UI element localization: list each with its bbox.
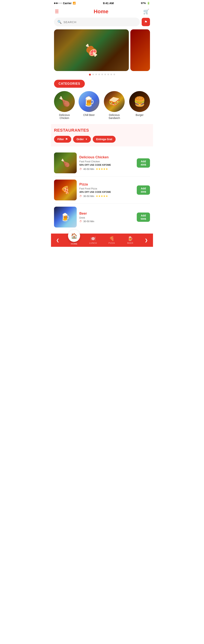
dot-2[interactable] (92, 74, 94, 75)
category-item-beer[interactable]: 🍺 Chill Beer (79, 91, 99, 120)
category-label-sandwich: Delicious Sandwich (103, 114, 125, 120)
categories-label[interactable]: CATEGORIES (54, 80, 85, 88)
status-bar: Carrier 📶 9:41 AM 97% 🔋 (51, 0, 153, 6)
nav-item-lunch[interactable]: 🍽️ LUNCH (88, 236, 99, 244)
category-circle-burger: 🍔 (129, 91, 150, 112)
restaurant-name-chicken: Delicious Chicken (79, 155, 134, 159)
dot-1[interactable] (89, 74, 91, 76)
filter-row: Filter ⚑ Order ▼ Entrega Grat (54, 136, 150, 143)
restaurant-meta-pizza: ⏱ 30-50 Min ★★★★★ (79, 194, 134, 198)
restaurant-meta-beer: ⏱ 30-50 Min (79, 220, 134, 223)
next-arrow[interactable]: ❯ (143, 238, 149, 242)
restaurant-name-beer: Beer (79, 212, 134, 216)
search-bar[interactable]: 🔍 (54, 18, 140, 26)
wifi-icon: 📶 (73, 2, 76, 4)
categories-scroll: 🍗 Delicious Chicken 🍺 Chill Beer 🥪 Delic… (51, 89, 153, 122)
filter-pill-order-label: Order (77, 138, 84, 141)
promo-code-chicken: 50% OFF USE CODE KIFOME (79, 164, 134, 166)
nav-item-beer[interactable]: 🍺 BEER (124, 236, 136, 244)
stars-pizza: ★★★★★ (96, 194, 108, 198)
dot-7[interactable] (107, 74, 109, 75)
signal-dot-4 (60, 2, 62, 4)
restaurant-list: 🍗 Delicious Chicken Fast Food Chicken 50… (51, 146, 153, 234)
price-pizza: 300$ (141, 190, 146, 193)
filter-pill-entrega[interactable]: Entrega Grat (93, 136, 116, 143)
clock-icon-chicken: ⏱ (79, 168, 82, 170)
clock-icon-pizza: ⏱ (79, 195, 82, 198)
carousel-slide-1: 🍖 (54, 29, 129, 71)
dot-6[interactable] (104, 74, 106, 75)
restaurant-name-pizza: Pizza (79, 182, 134, 186)
restaurant-card-pizza: 🍕 Pizza Fast Food Pizza 40% OFF USE CODE… (54, 176, 150, 204)
filter-pill-filter[interactable]: Filter ⚑ (54, 136, 71, 143)
restaurantes-section: RESTAURANTES Filter ⚑ Order ▼ Entrega Gr… (51, 124, 153, 146)
restaurant-card-chicken: 🍗 Delicious Chicken Fast Food Chicken 50… (54, 150, 150, 176)
add-button-chicken[interactable]: Add 400$ (137, 158, 150, 168)
restaurant-type-pizza: Fast Food Pizza (79, 187, 134, 190)
add-button-pizza[interactable]: Add 300$ (137, 186, 150, 195)
page-title: Home (94, 8, 108, 14)
filter-button[interactable]: ⚑ (142, 18, 150, 26)
signal-dot-1 (54, 2, 56, 4)
status-right: 97% 🔋 (141, 2, 150, 4)
signal-dot-3 (58, 2, 60, 4)
filter-funnel-icon: ⚑ (65, 138, 68, 141)
filter-pill-order[interactable]: Order ▼ (73, 136, 91, 143)
category-item-burger[interactable]: 🍔 Burger (129, 91, 150, 120)
price-beer: 500$ (141, 218, 146, 220)
cart-icon[interactable]: 🛒 (143, 9, 149, 14)
lunch-icon: 🍽️ (91, 236, 96, 241)
delivery-time-chicken: 40-50 Min (83, 168, 94, 170)
nav-label-lunch: LUNCH (89, 242, 97, 244)
price-chicken: 400$ (141, 163, 146, 166)
category-label-beer: Chill Beer (83, 114, 95, 116)
category-circle-chicken: 🍗 (54, 91, 75, 112)
prev-arrow[interactable]: ❮ (55, 238, 61, 242)
carousel[interactable]: 🍖 🥩 (54, 29, 150, 71)
dot-3[interactable] (95, 74, 97, 75)
categories-button[interactable]: CATEGORIES (51, 78, 153, 89)
restaurantes-title: RESTAURANTES (54, 128, 150, 133)
signal-dot-2 (56, 2, 58, 4)
battery-icon: 🔋 (147, 2, 150, 4)
beer-icon: 🍺 (128, 236, 133, 241)
restaurant-info-pizza: Pizza Fast Food Pizza 40% OFF USE CODE K… (79, 182, 134, 198)
search-input[interactable] (63, 20, 136, 24)
restaurant-info-chicken: Delicious Chicken Fast Food Chicken 50% … (79, 155, 134, 170)
restaurant-card-beer: 🍺 Beer Drink ⏱ 30-50 Min Add 500$ (54, 204, 150, 230)
dot-4[interactable] (99, 74, 100, 75)
category-item-sandwich[interactable]: 🥪 Delicious Sandwich (103, 91, 125, 120)
delivery-time-beer: 30-50 Min (83, 220, 94, 223)
restaurant-image-pizza: 🍕 (54, 180, 77, 200)
add-label-pizza: Add (141, 187, 146, 190)
restaurant-type-beer: Drink (79, 216, 134, 219)
search-container: 🔍 ⚑ (51, 18, 153, 29)
restaurant-meta-chicken: ⏱ 40-50 Min ★★★★★ (79, 168, 134, 170)
filter-pill-filter-label: Filter (57, 138, 64, 141)
carousel-slide-2: 🥩 (130, 29, 150, 71)
category-item-chicken[interactable]: 🍗 Delicious Chicken (54, 91, 75, 120)
restaurant-image-chicken: 🍗 (54, 152, 77, 173)
header: ☰ Home 🛒 (51, 6, 153, 18)
nav-item-pizza[interactable]: 🍕 PIZZA (106, 236, 117, 244)
battery-percent: 97% (141, 2, 146, 4)
signal-dots (54, 2, 62, 4)
filter-pill-entrega-label: Entrega Grat (96, 138, 112, 141)
add-label-chicken: Add (141, 160, 146, 163)
dot-5[interactable] (102, 74, 103, 75)
add-label-beer: Add (141, 214, 146, 217)
filter-icon: ⚑ (144, 20, 147, 24)
add-button-beer[interactable]: Add 500$ (137, 212, 150, 222)
dot-8[interactable] (110, 74, 112, 75)
restaurant-info-beer: Beer Drink ⏱ 30-50 Min (79, 212, 134, 223)
nav-item-home[interactable]: 🏠 HOME (68, 236, 80, 245)
nav-label-pizza: PIZZA (108, 242, 115, 244)
carousel-image-1: 🍖 (54, 29, 129, 71)
nav-label-home: HOME (71, 243, 78, 245)
home-circle-button[interactable]: 🏠 (68, 230, 80, 242)
dot-9[interactable] (113, 74, 115, 75)
delivery-time-pizza: 30-50 Min (83, 195, 94, 198)
search-icon: 🔍 (57, 20, 62, 24)
hamburger-icon[interactable]: ☰ (55, 9, 59, 14)
category-label-burger: Burger (136, 114, 144, 116)
